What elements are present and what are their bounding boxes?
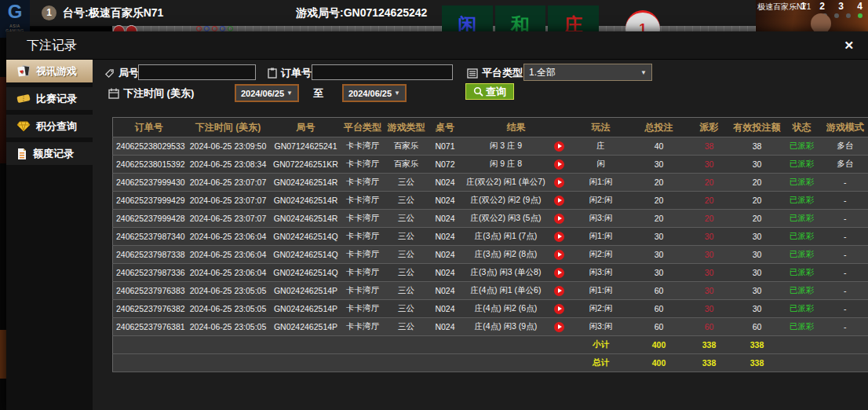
cell-mode: - bbox=[822, 246, 868, 264]
subtotal-valid: 338 bbox=[733, 336, 782, 354]
cell-mode: - bbox=[822, 300, 868, 318]
cell-valid: 30 bbox=[733, 156, 782, 174]
cell-play_type: 闲1:闲 bbox=[570, 282, 633, 300]
col-round-no: 局号 bbox=[272, 118, 341, 137]
cell-table_no: N024 bbox=[428, 210, 463, 228]
subtotal-label: 小计 bbox=[570, 336, 633, 354]
total-valid: 338 bbox=[733, 354, 782, 372]
cell-platform: 卡卡湾厅 bbox=[341, 300, 385, 318]
page-underlay-glow bbox=[0, 330, 6, 379]
cell-payout: 30 bbox=[686, 282, 733, 300]
cell-table_no: N024 bbox=[428, 192, 463, 210]
cell-platform: 卡卡湾厅 bbox=[341, 210, 385, 228]
replay-play-icon[interactable] bbox=[554, 178, 564, 188]
camera-dot bbox=[846, 13, 851, 18]
table-header: 订单号 下注时间 (美东) 局号 平台类型 游戏类型 桌号 结果 玩法 总投注 … bbox=[113, 118, 868, 137]
bead-blue bbox=[204, 26, 210, 31]
sidebar-item-points-query[interactable]: 积分查询 bbox=[6, 115, 93, 137]
cell-platform: 卡卡湾厅 bbox=[341, 137, 385, 156]
cell-table_no: N024 bbox=[428, 318, 463, 336]
cell-order: 240625238029533 bbox=[113, 137, 185, 156]
cell-table_no: N024 bbox=[428, 300, 463, 318]
cell-order: 240625237976383 bbox=[113, 282, 185, 300]
cell-order: 240625237976382 bbox=[113, 300, 185, 318]
cell-valid: 20 bbox=[733, 192, 782, 210]
order-no-input[interactable] bbox=[312, 64, 453, 80]
date-from-picker[interactable]: 2024/06/25 ▼ bbox=[235, 84, 299, 102]
sidebar-item-label: 比赛记录 bbox=[36, 92, 77, 106]
cell-payout: 20 bbox=[686, 174, 733, 192]
cell-payout: 20 bbox=[686, 192, 733, 210]
replay-play-icon[interactable] bbox=[554, 286, 564, 296]
clipboard-icon bbox=[268, 68, 277, 79]
cell-payout: 60 bbox=[686, 318, 733, 336]
sidebar-item-credit-records[interactable]: 额度记录 bbox=[6, 142, 93, 165]
modal-title: 下注记录 bbox=[27, 38, 77, 54]
cell-valid: 20 bbox=[733, 174, 782, 192]
cell-bet: 60 bbox=[633, 282, 686, 300]
replay-cell bbox=[549, 228, 570, 246]
replay-play-icon[interactable] bbox=[554, 304, 564, 314]
query-button[interactable]: 查询 bbox=[465, 83, 514, 100]
document-icon bbox=[16, 148, 27, 160]
cell-platform: 卡卡湾厅 bbox=[341, 318, 385, 336]
replay-play-icon[interactable] bbox=[554, 250, 564, 260]
cell-round: GN0242462514R bbox=[272, 174, 341, 192]
modal-header: 下注记录 ✕ bbox=[6, 31, 868, 60]
sidebar-item-label: 额度记录 bbox=[33, 147, 74, 161]
cell-round: GN0242462514R bbox=[272, 192, 341, 210]
cell-status: 已派彩 bbox=[782, 300, 822, 318]
cell-bet: 20 bbox=[633, 192, 686, 210]
cell-round: GN07124625241 bbox=[272, 137, 341, 156]
round-no-input[interactable] bbox=[138, 64, 256, 80]
camera-dot bbox=[834, 13, 839, 18]
col-table-no: 桌号 bbox=[428, 118, 463, 137]
modal-body: ♥ 视讯游戏 比赛记录 积分查询 bbox=[6, 60, 868, 410]
platform-type-select[interactable]: 1.全部 ▼ bbox=[523, 64, 652, 81]
bet-records-body: 2406252380295332024-06-25 23:09:50GN0712… bbox=[113, 137, 868, 336]
close-icon[interactable]: ✕ bbox=[839, 38, 859, 53]
sidebar-item-match-records[interactable]: 比赛记录 bbox=[6, 87, 93, 110]
replay-cell bbox=[549, 192, 570, 210]
cell-bet: 40 bbox=[633, 137, 686, 156]
col-bet-time: 下注时间 (美东) bbox=[185, 118, 272, 137]
cell-order: 240625237999429 bbox=[113, 192, 185, 210]
cell-status: 已派彩 bbox=[782, 210, 822, 228]
platform-type-label: 平台类型 bbox=[467, 65, 523, 81]
cell-game: 三公 bbox=[385, 300, 428, 318]
replay-play-icon[interactable] bbox=[554, 214, 564, 224]
bead-green bbox=[228, 26, 233, 31]
cell-round: GN0242462514P bbox=[272, 318, 341, 336]
cell-status: 已派彩 bbox=[782, 246, 822, 264]
table-row: 2406252379763822024-06-25 23:05:05GN0242… bbox=[113, 300, 868, 318]
cell-play_type: 闲3:闲 bbox=[570, 318, 633, 336]
replay-play-icon[interactable] bbox=[554, 196, 564, 206]
replay-play-icon[interactable] bbox=[554, 141, 564, 152]
cell-mode: - bbox=[822, 282, 868, 300]
col-result: 结果 bbox=[463, 118, 570, 137]
bet-time-label: 下注时间 (美东) bbox=[108, 86, 194, 101]
cell-time: 2024-06-25 23:06:04 bbox=[185, 264, 272, 282]
cell-play_type: 闲2:闲 bbox=[570, 192, 633, 210]
replay-play-icon[interactable] bbox=[554, 322, 564, 332]
cell-table_no: N024 bbox=[428, 264, 463, 282]
chevron-down-icon: ▼ bbox=[286, 90, 293, 97]
records-content: 局号 订单号 bbox=[93, 60, 868, 410]
replay-play-icon[interactable] bbox=[554, 232, 564, 242]
total-bet: 400 bbox=[633, 354, 686, 372]
sidebar-item-video-games[interactable]: ♥ 视讯游戏 bbox=[6, 60, 93, 82]
date-to-picker[interactable]: 2024/06/25 ▼ bbox=[342, 84, 407, 102]
cell-status: 已派彩 bbox=[782, 156, 822, 174]
replay-cell bbox=[549, 282, 570, 300]
cell-mode: - bbox=[822, 174, 868, 192]
bet-spot-player[interactable]: 闲 bbox=[442, 5, 493, 31]
bet-spot-tie[interactable]: 和 bbox=[495, 5, 546, 31]
cell-time: 2024-06-25 23:05:05 bbox=[185, 282, 272, 300]
replay-play-icon[interactable] bbox=[554, 159, 564, 170]
bet-spot-banker[interactable]: 庄 bbox=[548, 5, 599, 31]
table-row: 2406252379994302024-06-25 23:07:07GN0242… bbox=[113, 174, 868, 192]
cell-valid: 60 bbox=[733, 318, 782, 336]
replay-play-icon[interactable] bbox=[554, 268, 564, 278]
chevron-down-icon: ▼ bbox=[394, 90, 400, 97]
cell-result: 庄(3点) 闲1 (7点) bbox=[463, 228, 549, 246]
